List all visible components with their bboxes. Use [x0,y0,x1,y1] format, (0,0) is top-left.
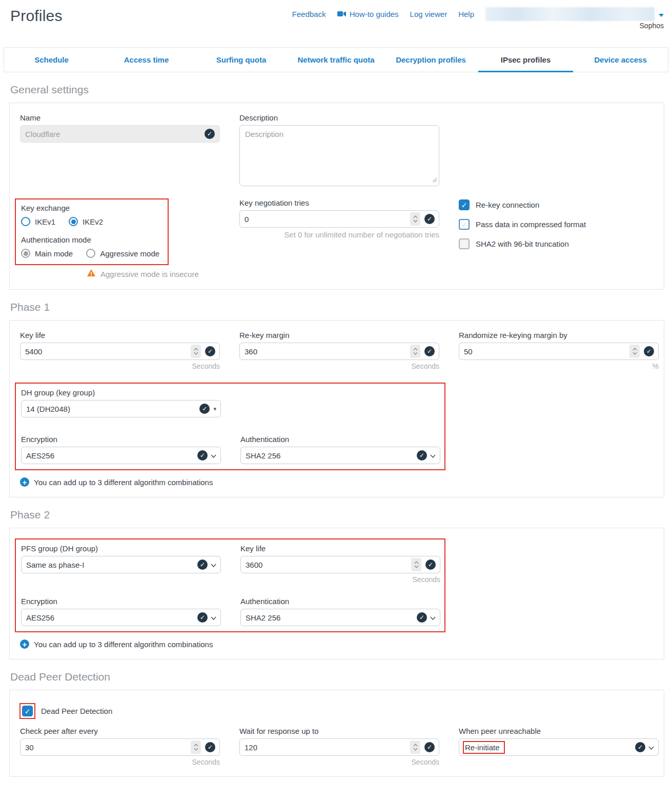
radio-aggressive-mode-icon [86,249,95,258]
p1-encryption-select[interactable]: AES256 ✓ [21,447,221,464]
annotation-box-phase1-algorithms: DH group (key group) 14 (DH2048) ✓ ▾ Enc… [15,383,445,470]
dropdown-caret-icon: ▾ [213,406,216,412]
valid-check-icon: ✓ [644,346,654,356]
tab-surfing-quota[interactable]: Surfing quota [194,48,289,72]
radio-main-mode-icon [21,249,30,258]
add-plus-icon[interactable]: + [20,477,29,487]
header-links: Feedback How-to guides Log viewer Help [292,7,664,21]
valid-check-icon: ✓ [197,612,208,623]
add-plus-icon[interactable]: + [20,639,29,649]
help-label: Help [458,10,474,18]
dpd-wait-response-field: ✓ [239,738,439,756]
warning-text: Aggressive mode is insecure [100,270,199,278]
dpd-check-peer-field: ✓ [20,738,220,756]
p2-key-life-input[interactable] [246,561,411,569]
p2-key-life-field: ✓ [240,556,440,573]
dpd-wait-response-input[interactable] [245,743,410,752]
stepper-control[interactable] [629,345,640,358]
p1-authentication-select[interactable]: SHA2 256 ✓ [240,447,440,464]
p1-authentication-label: Authentication [240,435,440,444]
p1-dh-group-select[interactable]: 14 (DH2048) ✓ ▾ [21,400,221,417]
stepper-control[interactable] [191,741,201,754]
radio-aggressive-mode-label: Aggressive mode [100,249,159,258]
dpd-wait-response-label: Wait for response up to [239,727,439,735]
radio-ikev1[interactable]: IKEv1 [21,217,55,226]
name-input [25,130,205,138]
name-field: ✓ [20,125,220,143]
phase2-panel: PFS group (DH group) Same as phase-I ✓ K… [9,528,664,659]
key-negotiation-input[interactable] [245,215,410,224]
dpd-check-peer-input[interactable] [25,743,191,752]
p2-key-life-label: Key life [240,544,440,553]
p2-encryption-select[interactable]: AES256 ✓ [21,609,221,626]
stepper-control[interactable] [410,741,420,754]
key-exchange-label: Key exchange [21,204,162,212]
p2-note-text: You can add up to 3 different algorithm … [34,640,213,649]
dpd-checkbox[interactable]: ✓ [22,706,33,716]
p2-authentication-select[interactable]: SHA2 256 ✓ [240,609,440,626]
p2-pfs-group-select[interactable]: Same as phase-I ✓ [21,556,221,573]
tab-network-traffic-quota[interactable]: Network traffic quota [289,48,383,72]
tab-decryption-profiles[interactable]: Decryption profiles [383,48,478,72]
stepper-control[interactable] [410,212,420,226]
howto-guides-link[interactable]: How-to guides [337,10,399,18]
key-exchange-radios: IKEv1 IKEv2 [21,217,162,226]
chevron-down-icon [430,613,436,622]
p1-authentication-value: SHA2 256 [246,451,417,460]
account-dropdown-caret-icon[interactable] [659,10,664,19]
rekey-connection-checkbox[interactable]: ✓ Re-key connection [459,199,659,210]
resize-grip-icon[interactable] [432,175,437,185]
sha2-truncation-checkbox[interactable]: ✓ SHA2 with 96-bit truncation [459,238,659,249]
dpd-check-peer-label: Check peer after every [20,727,220,735]
radio-ikev2-icon [69,217,78,226]
compressed-format-checkbox[interactable]: ✓ Pass data in compressed format [459,219,659,230]
help-link[interactable]: Help [458,10,474,18]
stepper-control[interactable] [410,345,420,358]
checkbox-disabled-icon: ✓ [459,238,470,249]
valid-check-icon: ✓ [205,742,215,752]
profiles-tabbar: Schedule Access time Surfing quota Netwo… [4,47,668,72]
feedback-link[interactable]: Feedback [292,10,326,18]
valid-check-icon: ✓ [424,346,435,356]
p1-key-life-label: Key life [20,331,220,339]
dpd-peer-unreachable-label: When peer unreachable [459,727,659,735]
howto-guides-label: How-to guides [350,10,399,18]
p1-randomize-input[interactable] [464,347,629,356]
radio-main-mode[interactable]: Main mode [21,249,73,258]
tab-ipsec-profiles[interactable]: IPsec profiles [478,48,573,72]
phase2-heading: Phase 2 [10,509,672,521]
radio-ikev2[interactable]: IKEv2 [69,217,103,226]
p1-rekey-margin-label: Re-key margin [239,331,439,339]
valid-check-icon: ✓ [417,612,427,623]
p2-add-combination-note: + You can add up to 3 different algorith… [20,639,654,649]
dpd-peer-unreachable-select[interactable]: Re-initiate ✓ [459,738,659,756]
checkbox-unchecked-icon: ✓ [459,219,470,230]
p1-rekey-margin-input[interactable] [245,347,410,356]
rekey-connection-label: Re-key connection [476,201,539,209]
p1-rekey-margin-unit: Seconds [239,362,439,370]
tab-schedule[interactable]: Schedule [4,48,99,72]
p1-add-combination-note: + You can add up to 3 different algorith… [20,477,654,487]
p2-pfs-group-label: PFS group (DH group) [21,544,221,553]
radio-aggressive-mode[interactable]: Aggressive mode [86,249,159,258]
tab-device-access[interactable]: Device access [573,48,668,72]
p1-dh-group-label: DH group (key group) [21,388,221,397]
valid-check-icon: ✓ [205,346,215,356]
p2-key-life-unit: Seconds [240,575,440,584]
account-selector-redacted[interactable] [485,7,655,21]
stepper-control[interactable] [191,345,201,358]
tab-access-time[interactable]: Access time [99,48,194,72]
chevron-down-icon [648,743,654,752]
p1-key-life-input[interactable] [25,347,191,356]
valid-check-icon: ✓ [424,214,435,224]
chevron-down-icon [211,613,216,622]
p1-encryption-label: Encryption [21,435,221,444]
description-textarea[interactable] [239,125,439,186]
description-label: Description [239,113,439,122]
dpd-check-peer-unit: Seconds [20,758,220,766]
sophos-brand-label: Sophos [640,22,664,30]
log-viewer-link[interactable]: Log viewer [410,10,447,18]
annotation-box-key-exchange: Key exchange IKEv1 IKEv2 Authentication … [15,198,169,265]
stepper-control[interactable] [411,558,421,571]
p2-authentication-label: Authentication [240,597,440,606]
